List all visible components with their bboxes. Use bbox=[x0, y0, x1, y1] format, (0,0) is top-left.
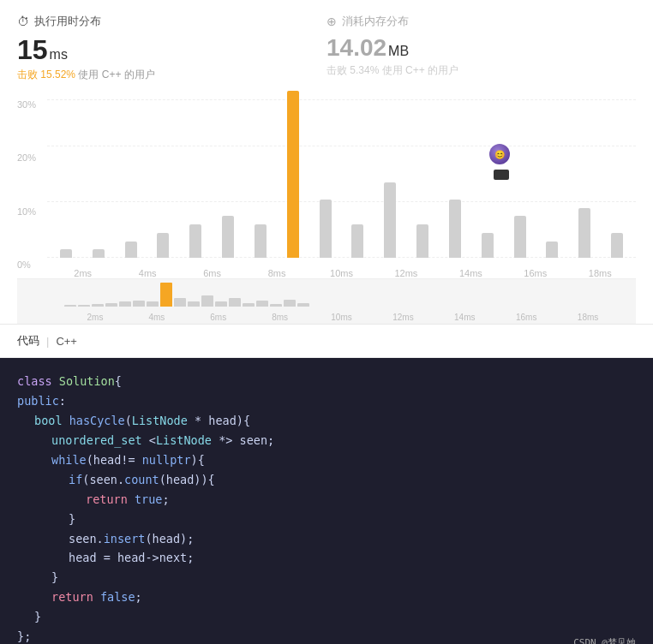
x-label: 8ms bbox=[244, 268, 309, 278]
code-line-12: return false; bbox=[17, 587, 636, 607]
x-label: 18ms bbox=[568, 268, 632, 278]
mini-x-label: 10ms bbox=[311, 313, 373, 322]
code-line-1: class Solution{ bbox=[17, 372, 636, 391]
bar-group bbox=[51, 91, 81, 258]
bar-group bbox=[245, 91, 276, 258]
bar bbox=[125, 242, 137, 259]
bar bbox=[449, 200, 461, 258]
code-line-4: unordered_set <ListNode *> seen; bbox=[17, 431, 636, 450]
avatar-inner: 😊 bbox=[489, 144, 510, 164]
mini-bar bbox=[188, 301, 200, 307]
mini-x-label: 18ms bbox=[557, 313, 619, 322]
code-line-10: head = head->next; bbox=[17, 548, 636, 568]
mini-bar bbox=[256, 301, 268, 307]
memory-icon: ⊕ bbox=[326, 15, 337, 28]
bar bbox=[384, 182, 396, 258]
stats-section: ⏱ 执行用时分布 15ms 击败 15.52% 使用 C++ 的用户 ⊕ 消耗内… bbox=[0, 0, 653, 91]
watermark: CSDN @梦见她 bbox=[573, 635, 636, 644]
mini-x-label: 6ms bbox=[188, 313, 249, 322]
code-body: class Solution{ public: bool hasCycle(Li… bbox=[0, 358, 653, 644]
code-line-8: } bbox=[17, 510, 636, 529]
bar bbox=[416, 224, 428, 258]
bar-group bbox=[536, 91, 567, 258]
mini-x-label: 14ms bbox=[434, 313, 495, 322]
code-line-7: return true; bbox=[17, 490, 636, 510]
y-axis: 0% 10% 20% 30% bbox=[17, 91, 43, 278]
mini-bar bbox=[160, 283, 172, 307]
bar-group bbox=[342, 91, 373, 258]
x-label: 16ms bbox=[503, 268, 567, 278]
mini-x-label: 16ms bbox=[495, 313, 557, 322]
x-label: 14ms bbox=[439, 268, 503, 278]
code-section: 代码 | C++ class Solution{ public: bool ha… bbox=[0, 325, 653, 644]
mini-bar bbox=[229, 298, 241, 307]
chart-container: 0% 10% 20% 30% 😊 2ms4ms6ms8ms10ms12ms14m… bbox=[0, 91, 653, 324]
mini-bar bbox=[174, 298, 186, 307]
memory-value: 14.02MB bbox=[326, 34, 636, 62]
bar-group bbox=[602, 91, 632, 258]
bar bbox=[578, 208, 590, 259]
code-line-11: } bbox=[17, 568, 636, 587]
mini-bar bbox=[92, 304, 104, 307]
mini-bar bbox=[243, 303, 255, 307]
bar bbox=[351, 224, 363, 258]
y-label-20: 20% bbox=[17, 152, 43, 163]
memory-stat: ⊕ 消耗内存分布 14.02MB 击败 5.34% 使用 C++ 的用户 bbox=[326, 14, 636, 82]
mini-bar bbox=[284, 300, 296, 307]
memory-sub: 击败 5.34% 使用 C++ 的用户 bbox=[326, 63, 636, 78]
mini-bar bbox=[78, 305, 90, 307]
execution-sub: 击败 15.52% 使用 C++ 的用户 bbox=[17, 68, 326, 82]
bar-group bbox=[310, 91, 341, 258]
execution-value: 15ms bbox=[17, 34, 326, 66]
code-line-9: seen.insert(head); bbox=[17, 529, 636, 549]
mini-bar bbox=[201, 295, 213, 307]
bar bbox=[482, 233, 494, 258]
mini-bar bbox=[147, 301, 159, 307]
mini-bar bbox=[215, 301, 227, 307]
mini-bar bbox=[133, 301, 145, 307]
bar-group bbox=[83, 91, 114, 258]
bar-group bbox=[278, 91, 309, 258]
x-label: 2ms bbox=[51, 268, 115, 278]
x-label: 6ms bbox=[180, 268, 244, 278]
x-label: 12ms bbox=[374, 268, 438, 278]
mini-x-label: 2ms bbox=[64, 313, 126, 322]
code-line-13: } bbox=[17, 607, 636, 627]
y-label-30: 30% bbox=[17, 99, 43, 110]
position-marker bbox=[494, 170, 509, 180]
memory-title: ⊕ 消耗内存分布 bbox=[326, 14, 636, 29]
code-line-14: }; bbox=[17, 627, 636, 644]
chart-inner: 😊 2ms4ms6ms8ms10ms12ms14ms16ms18ms bbox=[47, 91, 636, 278]
mini-bar bbox=[270, 304, 282, 307]
tab-cpp[interactable]: C++ bbox=[56, 335, 77, 348]
x-label: 10ms bbox=[309, 268, 374, 278]
bar bbox=[546, 242, 558, 259]
code-line-6: if(seen.count(head)){ bbox=[17, 470, 636, 490]
bar-group bbox=[213, 91, 243, 258]
mini-x-labels: 2ms4ms6ms8ms10ms12ms14ms16ms18ms bbox=[64, 313, 619, 322]
bar bbox=[611, 233, 623, 258]
clock-icon: ⏱ bbox=[17, 15, 29, 28]
x-labels: 2ms4ms6ms8ms10ms12ms14ms16ms18ms bbox=[47, 268, 636, 278]
y-label-0: 0% bbox=[17, 259, 43, 270]
code-line-5: while(head!= nullptr){ bbox=[17, 450, 636, 470]
bar bbox=[93, 249, 105, 258]
bar-group bbox=[147, 91, 178, 258]
user-avatar: 😊 bbox=[488, 142, 512, 166]
mini-x-label: 8ms bbox=[249, 313, 311, 322]
bar bbox=[60, 249, 72, 258]
mini-bar bbox=[119, 301, 131, 307]
execution-title: ⏱ 执行用时分布 bbox=[17, 14, 326, 29]
bar-group bbox=[116, 91, 147, 258]
bar-group bbox=[440, 91, 470, 258]
tab-code[interactable]: 代码 bbox=[17, 333, 39, 349]
mini-x-label: 4ms bbox=[126, 313, 188, 322]
bar bbox=[287, 91, 299, 258]
bar bbox=[514, 216, 526, 258]
code-header: 代码 | C++ bbox=[0, 325, 653, 358]
mini-bar bbox=[105, 303, 117, 307]
mini-bar bbox=[297, 303, 309, 307]
x-label: 4ms bbox=[115, 268, 179, 278]
mini-bar bbox=[64, 305, 76, 307]
bar-group bbox=[180, 91, 211, 258]
